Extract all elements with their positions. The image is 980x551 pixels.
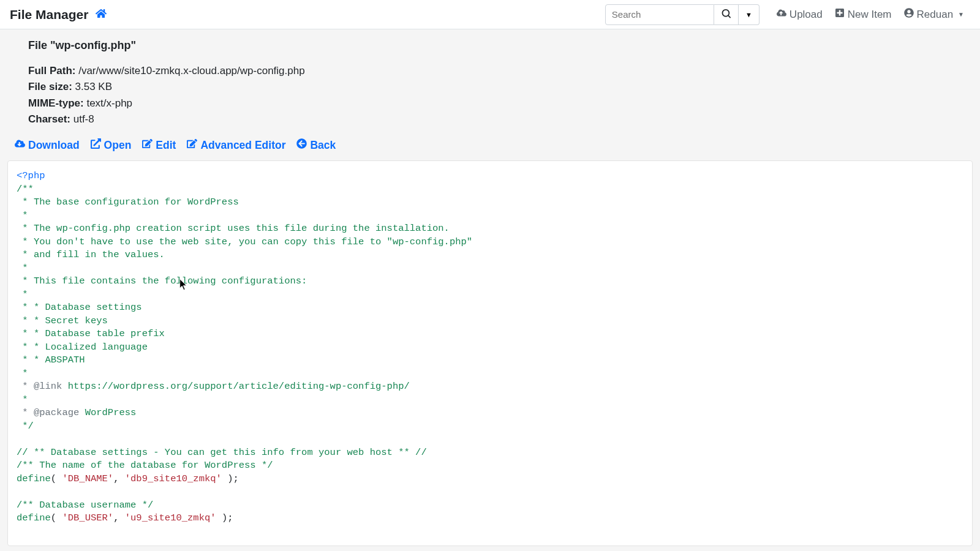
back-circle-icon xyxy=(296,138,307,152)
edit-square-icon xyxy=(187,138,197,152)
search-group: ▼ xyxy=(605,4,760,25)
user-circle-icon xyxy=(904,8,914,21)
open-link[interactable]: Open xyxy=(91,138,132,152)
open-label: Open xyxy=(104,139,132,152)
new-item-label: New Item xyxy=(848,9,892,21)
back-link[interactable]: Back xyxy=(296,138,336,152)
edit-label: Edit xyxy=(156,139,176,152)
search-input[interactable] xyxy=(605,4,714,25)
download-link[interactable]: Download xyxy=(15,138,80,152)
external-link-icon xyxy=(91,138,101,152)
meta-full-path: Full Path: /var/www/site10-zmkq.x-cloud.… xyxy=(28,63,952,79)
file-info: File "wp-config.php" Full Path: /var/www… xyxy=(7,39,973,127)
search-dropdown-button[interactable]: ▼ xyxy=(739,4,760,25)
upload-link[interactable]: Upload xyxy=(771,4,829,24)
caret-down-icon: ▼ xyxy=(958,11,964,18)
meta-mime: MIME-type: text/x-php xyxy=(28,96,952,111)
plus-square-icon xyxy=(835,8,845,21)
back-label: Back xyxy=(310,139,336,152)
search-button[interactable] xyxy=(714,4,739,25)
edit-link[interactable]: Edit xyxy=(142,138,176,152)
home-icon[interactable] xyxy=(96,8,107,21)
meta-charset: Charset: utf-8 xyxy=(28,111,952,127)
user-menu[interactable]: Reduan ▼ xyxy=(898,4,970,24)
app-title: File Manager xyxy=(10,7,88,22)
chevron-down-icon: ▼ xyxy=(745,11,752,18)
code-viewer[interactable]: <?php /** * The base configuration for W… xyxy=(7,160,973,546)
file-heading: File "wp-config.php" xyxy=(28,39,952,52)
download-label: Download xyxy=(28,139,80,152)
new-item-link[interactable]: New Item xyxy=(829,4,898,24)
meta-file-size: File size: 3.53 KB xyxy=(28,79,952,95)
edit-icon xyxy=(142,138,153,152)
action-bar: Download Open Edit Advanced Editor Back xyxy=(7,138,973,152)
cloud-upload-icon xyxy=(777,8,786,21)
search-icon xyxy=(722,9,731,20)
advanced-label: Advanced Editor xyxy=(200,139,285,152)
user-name: Reduan xyxy=(917,9,954,21)
advanced-editor-link[interactable]: Advanced Editor xyxy=(187,138,285,152)
navbar: File Manager ▼ Upload New Item xyxy=(0,0,980,29)
content: File "wp-config.php" Full Path: /var/www… xyxy=(0,29,980,551)
upload-label: Upload xyxy=(790,9,823,21)
cloud-download-icon xyxy=(15,138,25,152)
